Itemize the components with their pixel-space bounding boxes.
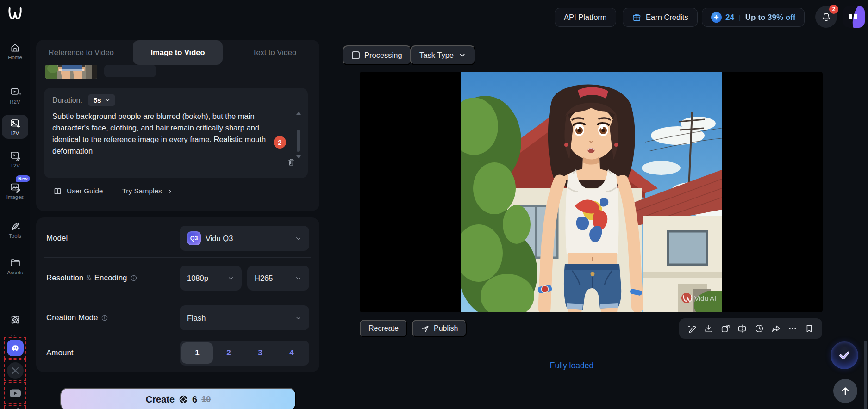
chevron-down-icon bbox=[227, 275, 234, 282]
new-badge: New bbox=[16, 175, 30, 182]
generated-video[interactable]: Vidu AI bbox=[360, 72, 823, 312]
tab-image-to-video[interactable]: Image to Video bbox=[133, 40, 223, 65]
sidebar-label: Tools bbox=[2, 233, 28, 239]
sidebar-item-r2v[interactable]: R2V bbox=[2, 83, 28, 107]
page-scrollbar[interactable] bbox=[864, 341, 867, 409]
task-type-dropdown[interactable]: Task Type bbox=[410, 45, 475, 65]
anime-girl-frame: Vidu AI bbox=[461, 72, 722, 312]
info-icon[interactable] bbox=[101, 314, 108, 322]
atom-icon bbox=[9, 314, 21, 326]
recreate-button[interactable]: Recreate bbox=[360, 320, 407, 337]
api-platform-label: API Platform bbox=[564, 13, 607, 22]
sidebar-item-tools[interactable]: Tools bbox=[2, 217, 28, 242]
notifications-button[interactable]: 2 bbox=[815, 6, 837, 28]
promo-text: Up to 39% off bbox=[745, 13, 796, 22]
sidebar-divider bbox=[8, 211, 21, 211]
divider bbox=[44, 257, 311, 258]
upscale-icon[interactable] bbox=[720, 323, 731, 334]
earn-credits-button[interactable]: Earn Credits bbox=[623, 8, 698, 27]
chevron-right-icon bbox=[166, 188, 173, 195]
creation-mode-select[interactable]: Flash bbox=[180, 305, 309, 330]
sidebar-divider bbox=[8, 73, 21, 73]
sidebar-item-t2v[interactable]: T2V bbox=[2, 147, 28, 171]
amount-option-1[interactable]: 1 bbox=[181, 342, 213, 364]
sidebar-divider bbox=[8, 304, 21, 304]
x-link[interactable] bbox=[4, 359, 26, 381]
sidebar: Home R2V I2V T2V New Images Tools A bbox=[0, 0, 30, 409]
publish-button[interactable]: Publish bbox=[412, 320, 467, 337]
chevron-down-icon bbox=[295, 315, 302, 322]
sidebar-item-home[interactable]: Home bbox=[2, 39, 28, 63]
confirm-fab-button[interactable] bbox=[831, 341, 858, 369]
create-cost: 6 bbox=[192, 394, 197, 405]
scroll-up-icon[interactable] bbox=[296, 112, 301, 115]
amount-option-4[interactable]: 4 bbox=[276, 342, 307, 364]
extend-icon[interactable] bbox=[737, 323, 747, 334]
bell-icon bbox=[821, 12, 832, 23]
chevron-down-icon bbox=[458, 51, 466, 59]
amount-option-3[interactable]: 3 bbox=[244, 342, 276, 364]
edit-sparkle-icon[interactable] bbox=[687, 323, 697, 334]
share-icon[interactable] bbox=[771, 323, 781, 334]
processing-filter-button[interactable]: Processing bbox=[343, 45, 412, 65]
settings-panel: Model Q3 Vidu Q3 Resolution & Encoding 1… bbox=[36, 217, 319, 372]
x-icon bbox=[7, 362, 24, 379]
sidebar-label: R2V bbox=[2, 99, 28, 105]
uploaded-image-thumbnail[interactable] bbox=[45, 65, 97, 79]
check-icon bbox=[837, 348, 851, 362]
scroll-to-top-button[interactable] bbox=[833, 379, 857, 403]
divider bbox=[112, 186, 112, 196]
user-guide-link[interactable]: User Guide bbox=[53, 186, 103, 196]
model-select[interactable]: Q3 Vidu Q3 bbox=[180, 226, 309, 251]
arrow-up-icon bbox=[839, 385, 851, 397]
end-frame-slot[interactable] bbox=[104, 65, 156, 77]
duration-label: Duration: bbox=[52, 96, 82, 105]
history-icon[interactable] bbox=[754, 323, 764, 334]
sidebar-label: I2V bbox=[2, 130, 28, 136]
video-actions-toolbar bbox=[679, 318, 822, 339]
vidu-logo-icon[interactable] bbox=[6, 5, 25, 23]
divider bbox=[44, 297, 311, 297]
help-links: User Guide Try Samples bbox=[53, 186, 173, 196]
prompt-scrollbar[interactable] bbox=[296, 112, 300, 158]
encoding-select[interactable]: H265 bbox=[247, 266, 309, 291]
sidebar-item-images[interactable]: New Images bbox=[2, 179, 28, 203]
amount-option-2[interactable]: 2 bbox=[213, 342, 244, 364]
download-icon[interactable] bbox=[704, 323, 714, 334]
avatar[interactable] bbox=[843, 6, 865, 28]
youtube-icon bbox=[8, 388, 22, 399]
trash-icon bbox=[287, 157, 296, 167]
chevron-down-icon bbox=[295, 235, 302, 242]
create-original-cost: 10 bbox=[201, 395, 211, 404]
scroll-down-icon[interactable] bbox=[296, 155, 301, 158]
chevron-down-icon bbox=[105, 97, 111, 103]
sidebar-item-i2v[interactable]: I2V bbox=[2, 115, 28, 139]
agent-label-truncated bbox=[11, 329, 19, 331]
info-icon[interactable] bbox=[130, 274, 137, 282]
discord-link[interactable] bbox=[4, 337, 26, 359]
gift-icon bbox=[632, 12, 642, 22]
prompt-input[interactable]: Subtle background people are blurred (bo… bbox=[52, 111, 266, 157]
plane-icon bbox=[11, 406, 20, 409]
youtube-link[interactable] bbox=[4, 382, 26, 404]
social-link-partial[interactable] bbox=[4, 405, 26, 409]
delete-prompt-button[interactable] bbox=[287, 157, 296, 167]
api-platform-button[interactable]: API Platform bbox=[555, 8, 616, 27]
prompt-count-badge: 2 bbox=[274, 136, 286, 149]
sidebar-item-assets[interactable]: Assets bbox=[2, 254, 28, 278]
bookmark-icon[interactable] bbox=[804, 323, 814, 334]
mode-tabs: Reference to Video Image to Video Text t… bbox=[36, 40, 319, 65]
credits-promo-button[interactable]: 24 | Up to 39% off bbox=[702, 8, 805, 27]
tab-reference-to-video[interactable]: Reference to Video bbox=[36, 40, 126, 65]
resolution-select[interactable]: 1080p bbox=[180, 266, 242, 291]
create-button[interactable]: Create 6 10 bbox=[60, 388, 296, 409]
try-samples-link[interactable]: Try Samples bbox=[122, 187, 173, 195]
tab-text-to-video[interactable]: Text to Video bbox=[229, 40, 319, 65]
fully-loaded-label: Fully loaded bbox=[550, 361, 593, 371]
duration-select[interactable]: 5s bbox=[88, 94, 115, 106]
more-icon[interactable] bbox=[787, 323, 798, 334]
sidebar-item-agent[interactable] bbox=[2, 311, 28, 327]
sidebar-divider bbox=[8, 249, 21, 249]
earn-credits-label: Earn Credits bbox=[646, 13, 688, 22]
amount-label: Amount bbox=[46, 348, 74, 358]
